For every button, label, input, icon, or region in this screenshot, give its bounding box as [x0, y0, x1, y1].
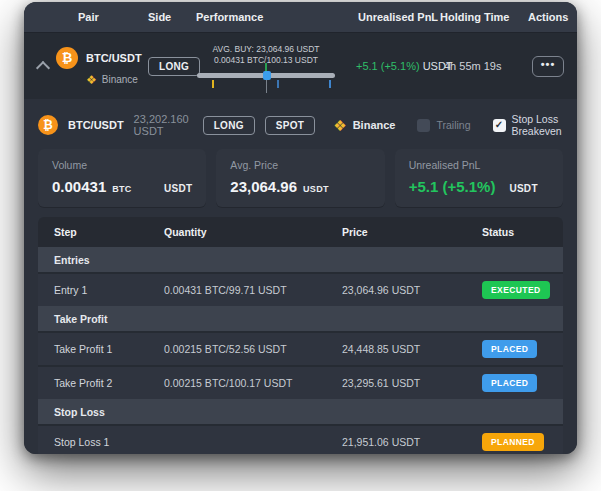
trade-panel-window: Pair Side Performance Unrealised PnL Hol… — [24, 2, 577, 454]
status-badge: PLACED — [482, 340, 537, 358]
steps-col-step: Step — [54, 226, 164, 238]
stop-loss-breakeven-label: Stop Loss Breakeven — [512, 113, 564, 137]
side-badge: LONG — [148, 57, 200, 76]
binance-icon-detail: ❖ — [333, 118, 346, 133]
avg-buy-line — [266, 78, 267, 93]
status-badge: EXECUTED — [482, 281, 550, 299]
btc-icon: ₿ — [56, 47, 78, 69]
take-profit-2-tick — [277, 80, 279, 88]
cell-price: 23,064.96 USDT — [342, 284, 482, 296]
expanded-panel: ₿ BTC/USDT 23,202.160 USDT LONG SPOT ❖ B… — [24, 99, 577, 454]
take-profit-1-tick — [329, 80, 331, 88]
section-label: Stop Loss — [54, 406, 164, 418]
cell-step: Take Profit 2 — [54, 377, 164, 389]
unrealised-pnl-card-label: Unrealised PnL — [409, 159, 549, 171]
cell-quantity: 0.00215 BTC/100.17 USDT — [164, 377, 342, 389]
table-row: Take Profit 20.00215 BTC/100.17 USDT23,2… — [38, 365, 563, 399]
trailing-checkbox-box[interactable] — [417, 119, 430, 132]
stop-loss-breakeven-checkbox[interactable]: ✓ Stop Loss Breakeven — [493, 113, 564, 137]
actions-menu-button[interactable]: ••• — [532, 56, 564, 77]
col-performance: Performance — [196, 11, 356, 23]
cell-price: 21,951.06 USDT — [342, 436, 482, 448]
avg-price-card-label: Avg. Price — [230, 159, 370, 171]
unrealised-pnl-unit: USDT — [509, 183, 537, 194]
cell-step: Take Profit 1 — [54, 343, 164, 355]
volume-card-label: Volume — [52, 159, 192, 171]
performance-widget: AVG. BUY: 23,064.96 USDT 0.00431 BTC/100… — [196, 44, 336, 89]
col-pair: Pair — [56, 11, 148, 23]
volume-quote-currency: USDT — [164, 183, 192, 194]
table-row: Stop Loss 121,951.06 USDTPLANNED — [38, 424, 563, 454]
col-actions: Actions — [522, 11, 577, 23]
summary-cards: Volume 0.00431 BTC USDT Avg. Price 23,06… — [38, 149, 563, 207]
cell-price: 23,295.61 USDT — [342, 377, 482, 389]
unrealised-pnl-value: +5.1 (+5.1%) — [409, 178, 496, 195]
section-label: Entries — [54, 254, 164, 266]
stop-loss-breakeven-checkbox-box[interactable]: ✓ — [493, 119, 506, 132]
col-unrealised-pnl: Unrealised PnL — [356, 11, 436, 23]
status-badge: PLACED — [482, 374, 537, 392]
steps-table: Step Quantity Price Status EntriesEntry … — [38, 217, 563, 454]
detail-market-badge: SPOT — [265, 116, 315, 135]
detail-current-price: 23,202.160 USDT — [134, 113, 189, 137]
steps-col-price: Price — [342, 226, 482, 238]
detail-side-badge: LONG — [203, 116, 255, 135]
cell-price: 24,448.85 USDT — [342, 343, 482, 355]
col-holding-time: Holding Time — [436, 11, 522, 23]
unrealised-pnl-card: Unrealised PnL +5.1 (+5.1%) USDT — [395, 149, 563, 207]
btc-icon-small: ₿ — [38, 115, 58, 135]
steps-table-header: Step Quantity Price Status — [38, 217, 563, 247]
stop-loss-tick — [212, 80, 214, 88]
status-badge: PLANNED — [482, 433, 544, 451]
table-section-row: Take Profit — [38, 306, 563, 331]
collapse-chevron-icon[interactable] — [36, 61, 50, 75]
holding-time-value: 4h 55m 19s — [436, 60, 522, 72]
exchange-label: Binance — [102, 74, 138, 85]
table-columns-header: Pair Side Performance Unrealised PnL Hol… — [24, 2, 577, 33]
detail-exchange-label: Binance — [353, 119, 396, 131]
avg-price-value: 23,064.96 — [230, 178, 297, 195]
current-price-marker — [263, 71, 271, 80]
trailing-checkbox[interactable]: Trailing — [417, 119, 470, 132]
table-section-row: Stop Loss — [38, 399, 563, 424]
volume-value: 0.00431 — [52, 178, 106, 195]
position-row[interactable]: ₿ BTC/USDT ❖ Binance LONG AVG. BUY: 23,0… — [24, 33, 577, 99]
pair-label: BTC/USDT — [86, 52, 142, 64]
cell-step: Stop Loss 1 — [54, 436, 164, 448]
steps-col-status: Status — [482, 226, 547, 238]
volume-card: Volume 0.00431 BTC USDT — [38, 149, 206, 207]
avg-price-unit: USDT — [303, 184, 329, 194]
cell-step: Entry 1 — [54, 284, 164, 296]
detail-pair-label: BTC/USDT — [68, 119, 124, 131]
cell-quantity: 0.00215 BTC/52.56 USDT — [164, 343, 342, 355]
cell-quantity: 0.00431 BTC/99.71 USDT — [164, 284, 342, 296]
table-section-row: Entries — [38, 247, 563, 272]
trailing-label: Trailing — [436, 119, 470, 131]
performance-track — [197, 73, 335, 78]
section-label: Take Profit — [54, 313, 164, 325]
avg-buy-price-label: AVG. BUY: 23,064.96 USDT — [212, 44, 319, 55]
avg-price-card: Avg. Price 23,064.96 USDT — [216, 149, 384, 207]
steps-table-body: EntriesEntry 10.00431 BTC/99.71 USDT23,0… — [38, 247, 563, 454]
steps-col-quantity: Quantity — [164, 226, 342, 238]
entry-tick — [265, 63, 267, 71]
table-row: Take Profit 10.00215 BTC/52.56 USDT24,44… — [38, 331, 563, 365]
col-side: Side — [148, 11, 196, 23]
detail-row: ₿ BTC/USDT 23,202.160 USDT LONG SPOT ❖ B… — [38, 111, 563, 139]
pnl-value: +5.1 (+5.1%) — [356, 60, 420, 72]
volume-unit: BTC — [112, 184, 131, 194]
table-row: Entry 10.00431 BTC/99.71 USDT23,064.96 U… — [38, 272, 563, 306]
binance-icon: ❖ — [86, 74, 97, 86]
